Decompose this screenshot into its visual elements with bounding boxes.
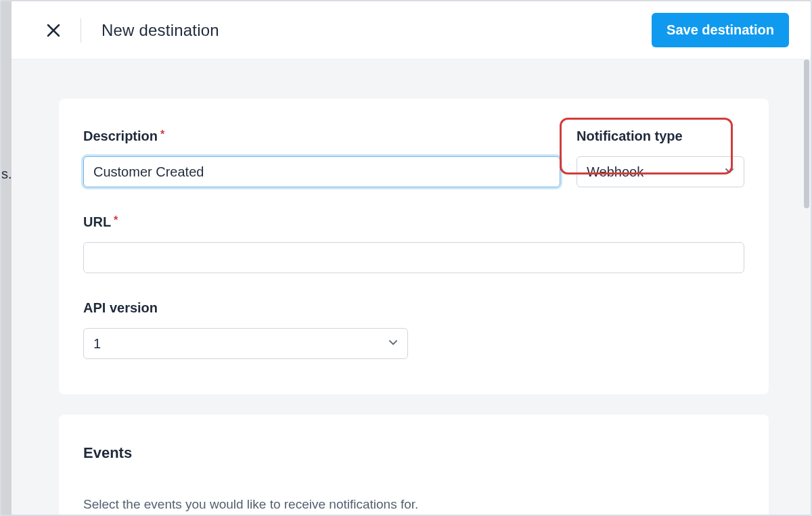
notification-type-select-wrap: Webhook — [577, 156, 744, 187]
modal-title: New destination — [102, 21, 219, 40]
events-card: Events Select the events you would like … — [59, 415, 769, 515]
scrollbar-thumb[interactable] — [804, 60, 809, 208]
notification-type-field: Notification type Webhook — [577, 128, 744, 187]
api-version-select-wrap: 1 — [83, 328, 408, 359]
description-field: Description* — [83, 128, 560, 187]
details-card: Description* Notification type Webhook — [59, 99, 769, 394]
label-text: URL — [83, 214, 111, 229]
required-marker: * — [160, 128, 164, 140]
notification-type-label: Notification type — [577, 128, 744, 144]
save-destination-button[interactable]: Save destination — [652, 13, 789, 47]
notification-type-select[interactable]: Webhook — [577, 156, 744, 187]
header-divider — [81, 18, 81, 43]
description-label: Description* — [83, 128, 560, 144]
events-title: Events — [83, 444, 744, 462]
close-button[interactable] — [44, 21, 63, 40]
api-version-field: API version 1 — [83, 300, 744, 359]
row-description-type: Description* Notification type Webhook — [83, 128, 744, 187]
scrollbar-track[interactable] — [803, 60, 811, 515]
background-sliver — [1, 1, 12, 515]
url-field: URL* — [83, 214, 744, 273]
description-input[interactable] — [83, 156, 560, 187]
url-input[interactable] — [83, 242, 744, 273]
app-frame: s.co New destination Save destination — [0, 0, 812, 516]
notification-type-value: Webhook — [587, 164, 644, 180]
required-marker: * — [114, 214, 118, 226]
close-wrap — [44, 18, 102, 43]
api-version-value: 1 — [93, 336, 101, 352]
modal-header: New destination Save destination — [12, 1, 811, 60]
close-icon — [46, 23, 61, 38]
modal-body: Description* Notification type Webhook — [12, 60, 803, 515]
modal-panel: New destination Save destination Descrip… — [12, 1, 811, 515]
api-version-label: API version — [83, 300, 744, 316]
events-hint: Select the events you would like to rece… — [83, 497, 744, 512]
api-version-select[interactable]: 1 — [83, 328, 408, 359]
url-label: URL* — [83, 214, 744, 230]
label-text: Description — [83, 128, 158, 143]
